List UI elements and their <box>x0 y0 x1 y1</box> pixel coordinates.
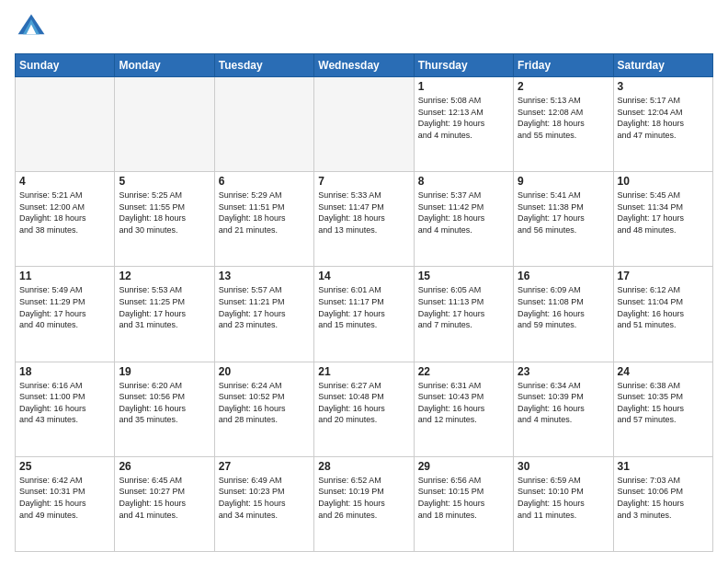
logo <box>15 11 51 44</box>
col-header-wednesday: Wednesday <box>314 54 414 77</box>
day-number: 31 <box>618 460 709 473</box>
day-info: Sunrise: 6:59 AM Sunset: 10:10 PM Daylig… <box>518 475 609 521</box>
col-header-monday: Monday <box>115 54 214 77</box>
day-info: Sunrise: 5:37 AM Sunset: 11:42 PM Daylig… <box>418 190 509 236</box>
day-info: Sunrise: 5:33 AM Sunset: 11:47 PM Daylig… <box>318 190 409 236</box>
day-info: Sunrise: 5:53 AM Sunset: 11:25 PM Daylig… <box>119 284 210 330</box>
day-number: 13 <box>219 270 310 282</box>
week-row-0: 1Sunrise: 5:08 AM Sunset: 12:13 AM Dayli… <box>16 77 713 172</box>
calendar-cell: 6Sunrise: 5:29 AM Sunset: 11:51 PM Dayli… <box>214 172 313 267</box>
day-number: 11 <box>19 270 110 282</box>
day-info: Sunrise: 5:57 AM Sunset: 11:21 PM Daylig… <box>219 284 310 330</box>
calendar-cell: 27Sunrise: 6:49 AM Sunset: 10:23 PM Dayl… <box>214 456 313 551</box>
calendar-cell: 30Sunrise: 6:59 AM Sunset: 10:10 PM Dayl… <box>514 456 613 551</box>
day-number: 14 <box>318 270 409 282</box>
calendar-cell: 26Sunrise: 6:45 AM Sunset: 10:27 PM Dayl… <box>115 456 214 551</box>
calendar-cell: 9Sunrise: 5:41 AM Sunset: 11:38 PM Dayli… <box>514 172 613 267</box>
day-number: 6 <box>219 175 310 188</box>
day-number: 21 <box>318 365 409 378</box>
day-number: 18 <box>19 365 110 378</box>
day-number: 22 <box>418 365 509 378</box>
day-info: Sunrise: 5:41 AM Sunset: 11:38 PM Daylig… <box>518 190 609 236</box>
calendar-cell <box>214 77 313 172</box>
calendar-cell: 11Sunrise: 5:49 AM Sunset: 11:29 PM Dayl… <box>16 267 115 362</box>
day-info: Sunrise: 6:31 AM Sunset: 10:43 PM Daylig… <box>418 380 509 426</box>
day-info: Sunrise: 5:49 AM Sunset: 11:29 PM Daylig… <box>19 284 110 330</box>
col-header-tuesday: Tuesday <box>214 54 313 77</box>
calendar-cell <box>314 77 414 172</box>
day-info: Sunrise: 5:17 AM Sunset: 12:04 AM Daylig… <box>618 95 709 141</box>
day-info: Sunrise: 6:01 AM Sunset: 11:17 PM Daylig… <box>318 284 409 330</box>
day-number: 1 <box>418 80 509 93</box>
calendar-cell: 5Sunrise: 5:25 AM Sunset: 11:55 PM Dayli… <box>115 172 214 267</box>
week-row-4: 25Sunrise: 6:42 AM Sunset: 10:31 PM Dayl… <box>16 456 713 551</box>
day-info: Sunrise: 6:38 AM Sunset: 10:35 PM Daylig… <box>618 380 709 426</box>
calendar-cell: 13Sunrise: 5:57 AM Sunset: 11:21 PM Dayl… <box>214 267 313 362</box>
calendar-cell: 31Sunrise: 7:03 AM Sunset: 10:06 PM Dayl… <box>613 456 712 551</box>
day-info: Sunrise: 6:12 AM Sunset: 11:04 PM Daylig… <box>618 284 709 330</box>
week-row-1: 4Sunrise: 5:21 AM Sunset: 12:00 AM Dayli… <box>16 172 713 267</box>
week-row-3: 18Sunrise: 6:16 AM Sunset: 11:00 PM Dayl… <box>16 362 713 456</box>
day-number: 2 <box>518 80 609 93</box>
day-info: Sunrise: 6:49 AM Sunset: 10:23 PM Daylig… <box>219 475 310 521</box>
calendar-cell: 22Sunrise: 6:31 AM Sunset: 10:43 PM Dayl… <box>414 362 513 456</box>
day-info: Sunrise: 5:25 AM Sunset: 11:55 PM Daylig… <box>119 190 210 236</box>
calendar-cell: 2Sunrise: 5:13 AM Sunset: 12:08 AM Dayli… <box>514 77 613 172</box>
day-number: 27 <box>219 460 310 473</box>
calendar-cell: 3Sunrise: 5:17 AM Sunset: 12:04 AM Dayli… <box>613 77 712 172</box>
calendar-cell: 7Sunrise: 5:33 AM Sunset: 11:47 PM Dayli… <box>314 172 414 267</box>
day-number: 16 <box>518 270 609 282</box>
week-row-2: 11Sunrise: 5:49 AM Sunset: 11:29 PM Dayl… <box>16 267 713 362</box>
calendar: SundayMondayTuesdayWednesdayThursdayFrid… <box>15 53 713 552</box>
calendar-cell: 17Sunrise: 6:12 AM Sunset: 11:04 PM Dayl… <box>613 267 712 362</box>
calendar-cell: 12Sunrise: 5:53 AM Sunset: 11:25 PM Dayl… <box>115 267 214 362</box>
day-number: 7 <box>318 175 409 188</box>
col-header-friday: Friday <box>514 54 613 77</box>
col-header-sunday: Sunday <box>16 54 115 77</box>
day-info: Sunrise: 5:13 AM Sunset: 12:08 AM Daylig… <box>518 95 609 141</box>
calendar-cell: 28Sunrise: 6:52 AM Sunset: 10:19 PM Dayl… <box>314 456 414 551</box>
day-number: 9 <box>518 175 609 188</box>
calendar-cell: 10Sunrise: 5:45 AM Sunset: 11:34 PM Dayl… <box>613 172 712 267</box>
calendar-cell <box>115 77 214 172</box>
calendar-cell: 18Sunrise: 6:16 AM Sunset: 11:00 PM Dayl… <box>16 362 115 456</box>
day-number: 4 <box>19 175 110 188</box>
calendar-cell: 24Sunrise: 6:38 AM Sunset: 10:35 PM Dayl… <box>613 362 712 456</box>
day-number: 5 <box>119 175 210 188</box>
day-number: 28 <box>318 460 409 473</box>
day-info: Sunrise: 6:34 AM Sunset: 10:39 PM Daylig… <box>518 380 609 426</box>
day-info: Sunrise: 6:52 AM Sunset: 10:19 PM Daylig… <box>318 475 409 521</box>
calendar-cell: 25Sunrise: 6:42 AM Sunset: 10:31 PM Dayl… <box>16 456 115 551</box>
day-info: Sunrise: 6:45 AM Sunset: 10:27 PM Daylig… <box>119 475 210 521</box>
day-number: 23 <box>518 365 609 378</box>
day-info: Sunrise: 6:05 AM Sunset: 11:13 PM Daylig… <box>418 284 509 330</box>
header <box>15 11 713 44</box>
day-info: Sunrise: 5:29 AM Sunset: 11:51 PM Daylig… <box>219 190 310 236</box>
day-number: 3 <box>618 80 709 93</box>
day-info: Sunrise: 6:42 AM Sunset: 10:31 PM Daylig… <box>19 475 110 521</box>
day-number: 19 <box>119 365 210 378</box>
calendar-cell: 4Sunrise: 5:21 AM Sunset: 12:00 AM Dayli… <box>16 172 115 267</box>
day-number: 12 <box>119 270 210 282</box>
day-number: 26 <box>119 460 210 473</box>
col-header-thursday: Thursday <box>414 54 513 77</box>
day-info: Sunrise: 6:56 AM Sunset: 10:15 PM Daylig… <box>418 475 509 521</box>
day-info: Sunrise: 6:24 AM Sunset: 10:52 PM Daylig… <box>219 380 310 426</box>
logo-icon <box>15 11 48 44</box>
calendar-cell <box>16 77 115 172</box>
calendar-cell: 21Sunrise: 6:27 AM Sunset: 10:48 PM Dayl… <box>314 362 414 456</box>
day-info: Sunrise: 6:27 AM Sunset: 10:48 PM Daylig… <box>318 380 409 426</box>
day-number: 24 <box>618 365 709 378</box>
calendar-cell: 16Sunrise: 6:09 AM Sunset: 11:08 PM Dayl… <box>514 267 613 362</box>
col-header-saturday: Saturday <box>613 54 712 77</box>
day-info: Sunrise: 5:21 AM Sunset: 12:00 AM Daylig… <box>19 190 110 236</box>
day-info: Sunrise: 7:03 AM Sunset: 10:06 PM Daylig… <box>618 475 709 521</box>
day-info: Sunrise: 5:08 AM Sunset: 12:13 AM Daylig… <box>418 95 509 141</box>
day-info: Sunrise: 6:09 AM Sunset: 11:08 PM Daylig… <box>518 284 609 330</box>
day-number: 10 <box>618 175 709 188</box>
calendar-cell: 19Sunrise: 6:20 AM Sunset: 10:56 PM Dayl… <box>115 362 214 456</box>
day-number: 29 <box>418 460 509 473</box>
day-number: 30 <box>518 460 609 473</box>
calendar-cell: 14Sunrise: 6:01 AM Sunset: 11:17 PM Dayl… <box>314 267 414 362</box>
day-number: 17 <box>618 270 709 282</box>
